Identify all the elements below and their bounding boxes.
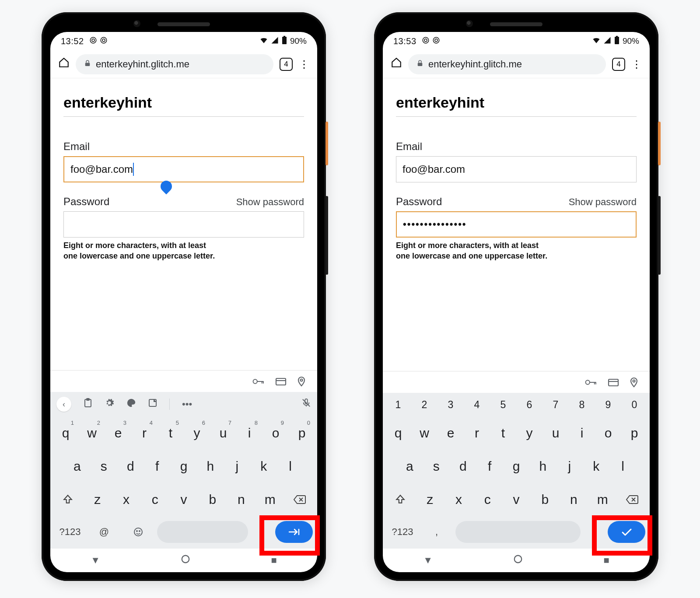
enter-key-done[interactable] bbox=[608, 521, 645, 543]
key-q[interactable]: q1 bbox=[54, 419, 77, 448]
key-8[interactable]: 8 bbox=[570, 395, 594, 414]
key-6[interactable]: 6 bbox=[518, 395, 541, 414]
show-password-toggle[interactable]: Show password bbox=[236, 196, 304, 208]
key-o[interactable]: o bbox=[596, 419, 620, 448]
password-input[interactable]: ••••••••••••••• bbox=[396, 211, 637, 238]
key-e[interactable]: e bbox=[439, 419, 462, 448]
key-v[interactable]: v bbox=[171, 485, 197, 514]
key-l[interactable]: l bbox=[611, 452, 635, 481]
key-k[interactable]: k bbox=[252, 452, 276, 481]
key-p[interactable]: p0 bbox=[290, 419, 314, 448]
at-key[interactable]: @ bbox=[89, 520, 119, 544]
key-t[interactable]: t bbox=[491, 419, 515, 448]
key-c[interactable]: c bbox=[142, 485, 168, 514]
key-x[interactable]: x bbox=[113, 485, 140, 514]
key-l[interactable]: l bbox=[278, 452, 302, 481]
key-b[interactable]: b bbox=[532, 485, 558, 514]
key-z[interactable]: z bbox=[417, 485, 443, 514]
backspace-key[interactable] bbox=[618, 486, 646, 514]
key-s[interactable]: s bbox=[92, 452, 116, 481]
key-g[interactable]: g bbox=[504, 452, 528, 481]
key-y[interactable]: y6 bbox=[185, 419, 209, 448]
key-icon[interactable] bbox=[252, 377, 265, 386]
home-nav-icon[interactable] bbox=[181, 554, 190, 567]
emoji-key[interactable] bbox=[123, 520, 154, 544]
key-u[interactable]: u bbox=[544, 419, 567, 448]
overflow-menu-icon[interactable]: ⋮ bbox=[299, 58, 309, 70]
key-i[interactable]: i bbox=[570, 419, 594, 448]
location-icon[interactable] bbox=[630, 377, 638, 388]
url-bar[interactable]: enterkeyhint.glitch.me bbox=[76, 54, 273, 74]
key-a[interactable]: a bbox=[65, 452, 89, 481]
key-icon[interactable] bbox=[585, 378, 597, 387]
shift-key[interactable] bbox=[386, 486, 414, 514]
show-password-toggle[interactable]: Show password bbox=[569, 196, 637, 208]
key-r[interactable]: r bbox=[465, 419, 489, 448]
key-f[interactable]: f bbox=[478, 452, 502, 481]
key-j[interactable]: j bbox=[225, 452, 249, 481]
key-c[interactable]: c bbox=[474, 485, 500, 514]
symbols-key[interactable]: ?123 bbox=[55, 520, 85, 544]
key-0[interactable]: 0 bbox=[623, 395, 646, 414]
home-icon[interactable] bbox=[58, 57, 70, 71]
key-5[interactable]: 5 bbox=[491, 395, 515, 414]
key-e[interactable]: e3 bbox=[106, 419, 130, 448]
key-j[interactable]: j bbox=[557, 452, 581, 481]
tab-count[interactable]: 4 bbox=[612, 58, 625, 71]
key-z[interactable]: z bbox=[84, 485, 111, 514]
key-h[interactable]: h bbox=[198, 452, 222, 481]
key-w[interactable]: w2 bbox=[80, 419, 104, 448]
key-h[interactable]: h bbox=[531, 452, 555, 481]
gear-icon[interactable] bbox=[105, 398, 114, 410]
tab-count[interactable]: 4 bbox=[280, 58, 293, 71]
card-icon[interactable] bbox=[608, 378, 619, 387]
email-input[interactable]: foo@bar.com bbox=[63, 156, 304, 182]
password-input[interactable] bbox=[63, 211, 304, 238]
key-q[interactable]: q bbox=[386, 419, 410, 448]
key-k[interactable]: k bbox=[584, 452, 608, 481]
key-n[interactable]: n bbox=[561, 485, 587, 514]
key-r[interactable]: r4 bbox=[133, 419, 156, 448]
period-key[interactable]: . bbox=[584, 525, 604, 539]
period-key[interactable]: . bbox=[252, 525, 272, 539]
caret-handle[interactable] bbox=[158, 178, 175, 195]
key-w[interactable]: w bbox=[413, 419, 436, 448]
sticker-icon[interactable] bbox=[148, 399, 157, 410]
key-3[interactable]: 3 bbox=[439, 395, 462, 414]
backspace-key[interactable] bbox=[286, 486, 314, 514]
key-i[interactable]: i8 bbox=[238, 419, 261, 448]
key-n[interactable]: n bbox=[228, 485, 255, 514]
key-d[interactable]: d bbox=[119, 452, 143, 481]
space-key[interactable] bbox=[157, 521, 248, 543]
url-bar[interactable]: enterkeyhint.glitch.me bbox=[408, 54, 606, 74]
collapse-icon[interactable]: ‹ bbox=[56, 397, 71, 412]
key-4[interactable]: 4 bbox=[465, 395, 489, 414]
key-d[interactable]: d bbox=[451, 452, 475, 481]
home-icon[interactable] bbox=[391, 57, 402, 71]
recents-nav-icon[interactable]: ■ bbox=[604, 555, 609, 566]
more-icon[interactable]: ••• bbox=[182, 399, 192, 410]
back-nav-icon[interactable]: ▼ bbox=[423, 555, 433, 566]
key-y[interactable]: y bbox=[518, 419, 541, 448]
key-b[interactable]: b bbox=[200, 485, 226, 514]
key-1[interactable]: 1 bbox=[386, 395, 410, 414]
key-9[interactable]: 9 bbox=[596, 395, 620, 414]
enter-key-next[interactable] bbox=[275, 521, 313, 543]
back-nav-icon[interactable]: ▼ bbox=[91, 555, 100, 566]
palette-icon[interactable] bbox=[126, 398, 136, 410]
key-o[interactable]: o9 bbox=[264, 419, 287, 448]
card-icon[interactable] bbox=[275, 377, 287, 386]
key-x[interactable]: x bbox=[446, 485, 472, 514]
clipboard-icon[interactable] bbox=[84, 398, 92, 410]
recents-nav-icon[interactable]: ■ bbox=[271, 555, 277, 566]
key-7[interactable]: 7 bbox=[544, 395, 567, 414]
key-f[interactable]: f bbox=[145, 452, 169, 481]
key-v[interactable]: v bbox=[503, 485, 529, 514]
comma-key[interactable]: , bbox=[421, 520, 452, 544]
key-p[interactable]: p bbox=[623, 419, 646, 448]
symbols-key[interactable]: ?123 bbox=[387, 520, 418, 544]
location-icon[interactable] bbox=[297, 376, 306, 387]
shift-key[interactable] bbox=[54, 486, 82, 514]
key-m[interactable]: m bbox=[257, 485, 283, 514]
key-u[interactable]: u7 bbox=[211, 419, 235, 448]
